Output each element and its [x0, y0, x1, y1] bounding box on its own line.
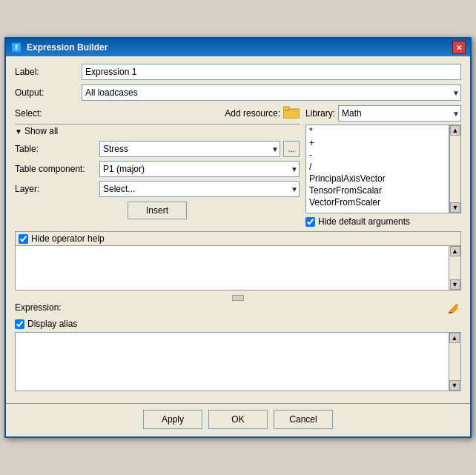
- svg-rect-3: [283, 107, 289, 110]
- library-list-scrollbar[interactable]: ▲ ▼: [449, 124, 461, 213]
- scroll-up-arrow[interactable]: ▲: [450, 125, 460, 136]
- library-list[interactable]: * + - / PrincipalAxisVector TensorFromSc…: [305, 124, 449, 213]
- close-button[interactable]: ✕: [452, 41, 466, 54]
- expression-scroll-down[interactable]: ▼: [449, 380, 460, 391]
- table-ellipsis-button[interactable]: ...: [283, 141, 300, 157]
- resize-handle[interactable]: [15, 295, 461, 301]
- table-component-select[interactable]: P1 (major): [99, 161, 300, 177]
- list-item[interactable]: *: [306, 125, 449, 137]
- window-title: Expression Builder: [27, 42, 108, 53]
- library-list-container: * + - / PrincipalAxisVector TensorFromSc…: [305, 124, 461, 213]
- display-alias-label: Display alias: [27, 319, 77, 329]
- table-select-wrapper: Stress ▼: [99, 141, 280, 157]
- operator-header-label: Hide operator help: [31, 233, 105, 244]
- display-alias-left: Display alias: [15, 319, 77, 329]
- operator-scroll-up[interactable]: ▲: [450, 246, 460, 256]
- show-all-row: ▼ Show all: [15, 124, 300, 136]
- expression-builder-window: f Expression Builder ✕ Label: Output: Al…: [4, 37, 472, 438]
- select-add-row: Select: Add resource:: [15, 105, 300, 121]
- add-resource-label: Add resource:: [225, 108, 280, 119]
- list-item[interactable]: PrincipalAxisVector: [306, 173, 449, 185]
- operator-header: Hide operator help: [16, 232, 460, 245]
- operator-body: ▲ ▼: [16, 245, 460, 290]
- list-item[interactable]: -: [306, 149, 449, 161]
- operator-scrollbar-up[interactable]: ▲ ▼: [449, 246, 460, 290]
- table-row: Table: Stress ▼ ...: [15, 141, 300, 157]
- output-select-wrapper: All loadcases ▼: [82, 84, 461, 101]
- list-item[interactable]: +: [306, 137, 449, 149]
- hide-operator-checkbox[interactable]: [19, 234, 28, 244]
- show-all-label: Show all: [24, 126, 58, 136]
- title-bar-left: f Expression Builder: [10, 41, 108, 53]
- operator-text-area: [16, 246, 449, 290]
- scroll-down-arrow[interactable]: ▼: [450, 202, 460, 213]
- apply-button[interactable]: Apply: [143, 410, 202, 429]
- layer-row: Layer: Select... ▼: [15, 181, 300, 197]
- output-row: Output: All loadcases ▼: [15, 84, 461, 101]
- label-field-label: Label:: [15, 67, 82, 77]
- expression-text[interactable]: [16, 333, 449, 391]
- right-panel: Library: Math ▼ * + - / Pri: [305, 105, 461, 227]
- ok-button[interactable]: OK: [208, 410, 268, 429]
- middle-section: Select: Add resource: ▼ Show: [15, 105, 461, 227]
- layer-field-label: Layer:: [15, 184, 96, 194]
- library-row: Library: Math ▼: [305, 105, 461, 122]
- label-input[interactable]: [82, 64, 461, 80]
- expression-scroll-up[interactable]: ▲: [449, 333, 460, 343]
- display-alias-checkbox[interactable]: [15, 319, 24, 329]
- display-alias-row: Expression:: [15, 301, 461, 316]
- svg-rect-6: [449, 312, 452, 313]
- expression-section: Expression: Display alias: [15, 301, 461, 391]
- insert-button[interactable]: Insert: [128, 202, 187, 219]
- expression-scroll-track: [449, 343, 460, 380]
- output-field-label: Output:: [15, 87, 82, 98]
- display-alias-check-row: Display alias: [15, 319, 461, 329]
- footer: Apply OK Cancel: [6, 403, 470, 436]
- library-label: Library:: [305, 108, 335, 119]
- title-bar: f Expression Builder ✕: [6, 39, 470, 56]
- layer-select[interactable]: Select...: [99, 181, 300, 197]
- table-component-select-wrapper: P1 (major) ▼: [99, 161, 300, 177]
- edit-icon-button[interactable]: [446, 301, 461, 316]
- table-field-label: Table:: [15, 144, 96, 154]
- list-item[interactable]: TensorFromScalar: [306, 185, 449, 196]
- show-all-chevron-icon: ▼: [15, 127, 22, 136]
- layer-select-wrapper: Select... ▼: [99, 181, 300, 197]
- expression-label: Expression:: [15, 302, 62, 313]
- folder-icon[interactable]: [283, 105, 300, 121]
- operator-scroll-down[interactable]: ▼: [450, 279, 460, 290]
- resize-grip[interactable]: [232, 295, 244, 301]
- left-panel: Select: Add resource: ▼ Show: [15, 105, 300, 227]
- expression-scrollbar[interactable]: ▲ ▼: [449, 333, 460, 391]
- output-select[interactable]: All loadcases: [82, 84, 461, 101]
- table-select[interactable]: Stress: [99, 141, 280, 157]
- hide-default-row: Hide default arguments: [305, 216, 461, 227]
- hide-default-checkbox[interactable]: [305, 217, 315, 227]
- table-component-label: Table component:: [15, 164, 96, 174]
- hide-default-label: Hide default arguments: [318, 216, 410, 227]
- window-icon: f: [10, 41, 22, 53]
- label-row: Label:: [15, 64, 461, 80]
- operator-section: Hide operator help ▲ ▼: [15, 231, 461, 290]
- list-item[interactable]: VectorFromScaler: [306, 196, 449, 208]
- list-item[interactable]: /: [306, 161, 449, 173]
- insert-btn-row: Insert: [15, 202, 300, 219]
- library-select-wrapper: Math ▼: [338, 105, 461, 122]
- cancel-button[interactable]: Cancel: [274, 410, 333, 429]
- add-resource-group: Add resource:: [225, 105, 300, 121]
- library-select[interactable]: Math: [338, 105, 461, 122]
- content-area: Label: Output: All loadcases ▼ Select:: [6, 56, 470, 403]
- table-component-row: Table component: P1 (major) ▼: [15, 161, 300, 177]
- select-label: Select:: [15, 108, 42, 119]
- expression-box[interactable]: ▲ ▼: [15, 332, 461, 391]
